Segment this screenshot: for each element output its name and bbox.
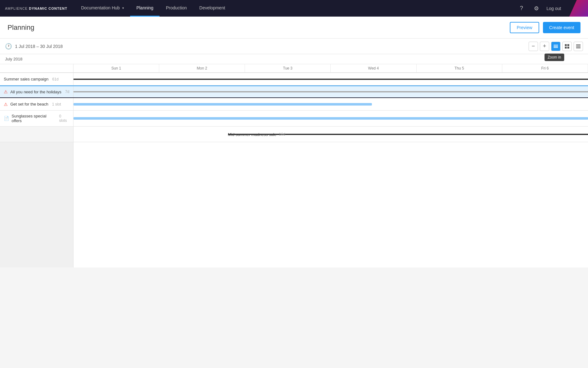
list-view-button[interactable]	[574, 42, 583, 51]
top-navigation: AMPLIENCE DYNAMIC CONTENT Documentation …	[0, 0, 588, 17]
event-name-holidays: All you need for the holidays	[10, 90, 61, 94]
day-header-fri6: Fri 6	[502, 64, 588, 72]
svg-rect-8	[576, 46, 580, 46]
event-slots-sunglasses: 0 slots	[59, 114, 69, 123]
svg-rect-5	[565, 47, 567, 49]
event-bar-sunglasses	[74, 111, 588, 126]
event-label-midsummer: Mid summer madness sale 16d	[228, 132, 285, 137]
empty-left-panel	[0, 142, 74, 267]
toolbar-row: 🕐 1 Jul 2018 – 30 Jul 2018 − + Zoom in	[0, 39, 588, 54]
chevron-down-icon: ▾	[122, 6, 124, 10]
toolbar-right: − + Zoom in	[529, 42, 583, 51]
svg-rect-1	[554, 46, 558, 47]
warning-icon-holidays: ⚠	[4, 89, 8, 94]
brand-accent	[569, 0, 588, 17]
event-duration-summer-sales: 61d	[52, 77, 58, 81]
svg-rect-7	[576, 44, 580, 45]
zoom-tooltip: Zoom in	[545, 54, 564, 61]
event-name-sunglasses: Sunglasses special offers	[12, 114, 55, 123]
event-label-sunglasses: 📄 Sunglasses special offers 0 slots	[0, 111, 74, 126]
svg-rect-0	[554, 45, 558, 45]
svg-rect-6	[567, 47, 569, 49]
event-bar-holidays	[74, 86, 588, 97]
preview-button[interactable]: Preview	[510, 22, 539, 33]
bar-summer-sales	[74, 79, 588, 80]
brand-amplience-text: AMPLIENCE	[5, 7, 28, 10]
timeline-icon	[554, 44, 558, 49]
event-name-beach: Get set for the beach	[10, 102, 48, 106]
sub-header: Planning Preview Create event	[0, 17, 588, 39]
day-header-thu5: Thu 5	[417, 64, 502, 72]
bar-holidays	[74, 91, 588, 92]
calendar-container: July 2018 Sun 1 Mon 2 Tue 3 Wed 4 Thu 5 …	[0, 54, 588, 73]
event-bar-summer-sales	[74, 73, 588, 85]
event-bar-midsummer: Mid summer madness sale 16d	[74, 127, 588, 142]
event-label-beach: ⚠ Get set for the beach 1 slot	[0, 98, 74, 110]
create-event-button[interactable]: Create event	[543, 22, 580, 33]
settings-button[interactable]: ⚙	[531, 3, 541, 13]
grid-icon	[565, 44, 569, 49]
day-header-mon2: Mon 2	[159, 64, 245, 72]
nav-link-documentation-hub[interactable]: Documentation Hub ▾	[75, 0, 130, 17]
events-section: Summer sales campaign 61d ⚠ All you need…	[0, 73, 588, 142]
day-header-sun1: Sun 1	[74, 64, 159, 72]
nav-link-development[interactable]: Development	[193, 0, 231, 17]
nav-link-planning[interactable]: Planning	[130, 0, 160, 17]
event-row-beach[interactable]: ⚠ Get set for the beach 1 slot	[0, 98, 588, 111]
list-icon	[576, 44, 580, 49]
svg-rect-4	[567, 44, 569, 46]
grid-view-button[interactable]	[562, 42, 572, 51]
svg-rect-2	[554, 47, 558, 48]
nav-link-production[interactable]: Production	[160, 0, 193, 17]
warning-icon-beach: ⚠	[4, 102, 8, 107]
event-bar-beach	[74, 98, 588, 110]
event-row-holidays[interactable]: ⚠ All you need for the holidays 7d	[0, 86, 588, 98]
event-slots-beach: 1 slot	[52, 102, 61, 106]
nav-links: Documentation Hub ▾ Planning Production …	[75, 0, 516, 17]
event-row-midsummer[interactable]: Mid summer madness sale 16d	[0, 127, 588, 142]
day-headers: Sun 1 Mon 2 Tue 3 Wed 4 Thu 5 Fri 6	[0, 64, 588, 73]
timeline-view-button[interactable]	[551, 42, 560, 51]
page-icon-sunglasses: 📄	[4, 116, 9, 121]
date-range-text: 1 Jul 2018 – 30 Jul 2018	[15, 44, 63, 49]
brand-dynamic-text: DYNAMIC CONTENT	[29, 7, 68, 10]
svg-rect-3	[565, 44, 567, 46]
svg-rect-9	[576, 47, 580, 48]
event-label-holidays: ⚠ All you need for the holidays 7d	[0, 86, 74, 97]
event-duration-holidays: 7d	[65, 90, 69, 94]
help-button[interactable]: ?	[516, 3, 526, 13]
bar-beach	[74, 103, 372, 106]
brand-logo: AMPLIENCE DYNAMIC CONTENT	[5, 7, 67, 10]
nav-right: ? ⚙ Log out	[516, 3, 561, 13]
empty-right-panel	[74, 142, 588, 267]
day-header-tue3: Tue 3	[245, 64, 331, 72]
day-header-empty	[0, 64, 74, 72]
event-duration-midsummer: 16d	[279, 132, 285, 137]
event-label-midsummer-empty	[0, 127, 74, 142]
event-name-midsummer: Mid summer madness sale	[228, 132, 276, 137]
logout-button[interactable]: Log out	[546, 6, 561, 11]
date-range: 🕐 1 Jul 2018 – 30 Jul 2018	[5, 43, 63, 50]
zoom-out-button[interactable]: −	[529, 42, 538, 51]
clock-icon: 🕐	[5, 43, 12, 50]
day-header-wed4: Wed 4	[331, 64, 416, 72]
bar-sunglasses	[74, 117, 588, 120]
event-row-summer-sales[interactable]: Summer sales campaign 61d	[0, 73, 588, 86]
event-name-summer-sales: Summer sales campaign	[4, 77, 48, 81]
svg-rect-10	[576, 48, 580, 49]
page-title: Planning	[8, 23, 34, 32]
zoom-in-button[interactable]: +	[540, 42, 549, 51]
event-label-summer-sales: Summer sales campaign 61d	[0, 73, 74, 85]
month-header: July 2018	[0, 54, 588, 64]
empty-calendar-area	[0, 142, 588, 267]
sub-header-actions: Preview Create event	[510, 22, 580, 33]
event-row-sunglasses[interactable]: 📄 Sunglasses special offers 0 slots	[0, 111, 588, 127]
